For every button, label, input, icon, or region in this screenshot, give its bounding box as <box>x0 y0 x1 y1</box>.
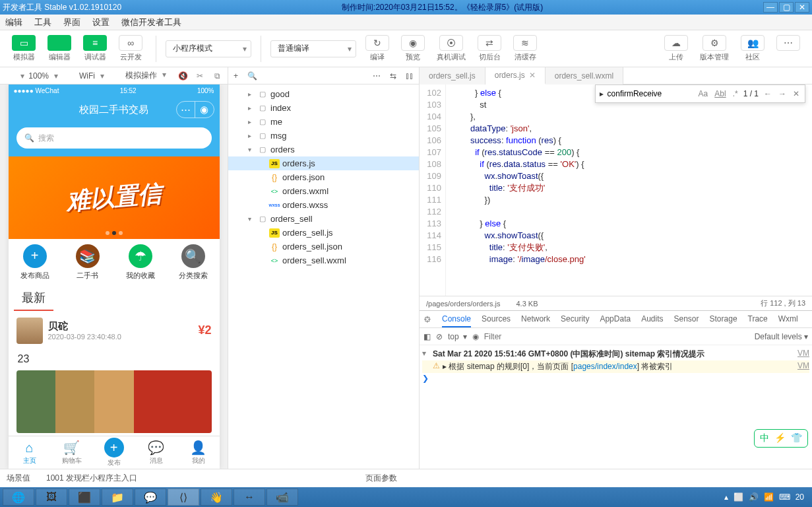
search-file-icon[interactable]: 🔍 <box>247 71 257 81</box>
banner[interactable]: 难以置信 <box>9 156 220 238</box>
toolbar-社区[interactable]: 👥社区 <box>737 34 768 63</box>
tree-orders[interactable]: ▾▢orders <box>228 143 419 156</box>
taskbar-app2[interactable]: 👋 <box>201 489 232 506</box>
grid-二手书[interactable]: 📚二手书 <box>61 244 114 281</box>
taskbar-explorer[interactable]: 📁 <box>102 489 133 506</box>
tree-orders.wxml[interactable]: <>orders.wxml <box>228 184 419 198</box>
close-button[interactable]: ✕ <box>795 2 809 13</box>
source-link[interactable]: VM <box>797 361 809 372</box>
taskbar-app[interactable]: 🖼 <box>36 489 67 506</box>
split-icon[interactable]: ⫿⫿ <box>406 71 414 81</box>
devtools-tab-appdata[interactable]: AppData <box>600 312 631 327</box>
tab-close-icon[interactable]: ✕ <box>529 71 536 80</box>
editor-tab-orders_sell.js[interactable]: orders_sell.js <box>420 67 485 84</box>
new-file-icon[interactable]: + <box>234 71 238 81</box>
devtools-tab-console[interactable]: Console <box>442 312 471 327</box>
scene-value[interactable]: 1001 发现栏小程序主入口 <box>46 473 137 484</box>
tray-ime-icon[interactable]: ⌨ <box>779 492 790 502</box>
more-icon[interactable]: ⋯ <box>373 71 381 81</box>
toolbar-编译[interactable]: ↻编译 <box>361 34 393 63</box>
find-next-icon[interactable]: → <box>777 89 788 98</box>
menu-settings[interactable]: 设置 <box>92 17 109 28</box>
inspect-icon[interactable]: ⯐ <box>423 315 431 324</box>
minimize-button[interactable]: — <box>763 2 778 13</box>
clear-console-icon[interactable]: ⊘ <box>436 332 443 341</box>
mute-icon[interactable]: 🔇 <box>176 69 189 83</box>
prompt-icon[interactable]: ❯ <box>422 374 430 383</box>
grid-我的收藏[interactable]: ☂我的收藏 <box>114 244 167 281</box>
zoom-dropdown[interactable]: 100% <box>28 71 58 81</box>
grid-发布商品[interactable]: +发布商品 <box>9 244 61 281</box>
toolbar-真机调试[interactable]: ⦿真机调试 <box>433 34 470 63</box>
tree-msg[interactable]: ▸▢msg <box>228 129 419 143</box>
cut-icon[interactable]: ✂ <box>193 69 206 83</box>
search-input[interactable]: 🔍 搜索 <box>16 127 212 149</box>
tree-orders.json[interactable]: {}orders.json <box>228 170 419 184</box>
devtools-tab-audits[interactable]: Audits <box>641 312 663 327</box>
page-params-label[interactable]: 页面参数 <box>365 473 397 484</box>
toolbar-切后台[interactable]: ⇄切后台 <box>474 34 505 63</box>
collapse-icon[interactable]: ⇆ <box>390 71 396 81</box>
taskbar-recorder[interactable]: 📹 <box>266 489 298 506</box>
regex-icon[interactable]: .* <box>732 89 739 98</box>
toolbar-上传[interactable]: ☁上传 <box>660 34 692 63</box>
toolbar-编辑器[interactable]: 编辑器 <box>44 34 75 63</box>
tree-orders_sell.json[interactable]: {}orders_sell.json <box>228 240 419 254</box>
tray-clock[interactable]: 20 <box>796 492 804 502</box>
float-widget[interactable]: 中 ⚡ 👕 <box>754 429 808 448</box>
taskbar-chrome[interactable]: 🌐 <box>3 489 34 506</box>
toolbar-预览[interactable]: ◉预览 <box>397 34 429 63</box>
tab-主页[interactable]: ⌂主页 <box>9 436 51 469</box>
maximize-button[interactable]: ▢ <box>779 2 794 13</box>
system-tray[interactable]: ▴ ⬜ 🔊 📶 ⌨ 20 <box>719 492 809 502</box>
find-expand-icon[interactable]: ▸ <box>600 89 604 98</box>
network-dropdown[interactable]: WiFi <box>79 71 104 81</box>
log-levels-dropdown[interactable]: Default levels ▾ <box>755 332 808 341</box>
tree-orders.wxss[interactable]: wxssorders.wxss <box>228 198 419 212</box>
editor-tab-orders_sell.wxml[interactable]: orders_sell.wxml <box>546 67 623 84</box>
taskbar-wechat[interactable]: 💬 <box>135 489 166 506</box>
popout-icon[interactable]: ⧉ <box>210 69 224 83</box>
tray-wifi-icon[interactable]: 📶 <box>764 492 774 502</box>
tree-orders_sell.js[interactable]: JSorders_sell.js <box>228 226 419 240</box>
tray-up-icon[interactable]: ▴ <box>724 492 728 502</box>
tree-orders_sell.wxml[interactable]: <>orders_sell.wxml <box>228 254 419 267</box>
tray-volume-icon[interactable]: 🔊 <box>749 492 759 502</box>
tree-orders.js[interactable]: JSorders.js <box>228 156 419 170</box>
context-dropdown[interactable]: top <box>448 332 467 341</box>
toolbar-[interactable]: ⋯ <box>772 34 804 63</box>
tree-good[interactable]: ▸▢good <box>228 87 419 101</box>
toolbar-云开发[interactable]: ∞云开发 <box>115 34 146 63</box>
find-close-icon[interactable]: ✕ <box>792 89 801 98</box>
grid-分类搜索[interactable]: 🔍分类搜索 <box>167 244 220 281</box>
mock-dropdown[interactable]: 模拟操作 <box>125 70 166 81</box>
float-shirt-icon[interactable]: 👕 <box>791 432 802 444</box>
tree-index[interactable]: ▸▢index <box>228 101 419 115</box>
sidebar-toggle-icon[interactable]: ◧ <box>423 332 431 341</box>
capsule-close-icon[interactable]: ◉ <box>195 102 214 118</box>
toolbar-清缓存[interactable]: ≋清缓存 <box>509 34 541 63</box>
menu-tools[interactable]: 工具 <box>34 17 51 28</box>
menu-interface[interactable]: 界面 <box>63 17 80 28</box>
float-ime[interactable]: 中 <box>760 432 769 444</box>
taskbar-teamviewer[interactable]: ↔ <box>234 489 265 506</box>
taskbar-idea[interactable]: ⬛ <box>69 489 100 506</box>
find-prev-icon[interactable]: ← <box>763 89 773 98</box>
list-item[interactable]: 贝砣 2020-03-09 23:40:48.0 ¥2 <box>9 311 220 351</box>
devtools-tab-sensor[interactable]: Sensor <box>674 312 699 327</box>
tree-me[interactable]: ▸▢me <box>228 115 419 129</box>
devtools-tab-sources[interactable]: Sources <box>482 312 511 327</box>
match-case-icon[interactable]: Aa <box>697 89 710 98</box>
devtools-tab-network[interactable]: Network <box>521 312 550 327</box>
console-filter-input[interactable] <box>484 332 603 341</box>
tab-购物车[interactable]: 🛒购物车 <box>51 436 93 469</box>
console-output[interactable]: ▾ Sat Mar 21 2020 15:51:46 GMT+0800 (中国标… <box>420 345 812 469</box>
menu-edit[interactable]: 编辑 <box>5 17 22 28</box>
toolbar-版本管理[interactable]: ⚙版本管理 <box>696 34 733 63</box>
devtools-tab-security[interactable]: Security <box>561 312 589 327</box>
tab-我的[interactable]: 👤我的 <box>177 436 220 469</box>
whole-word-icon[interactable]: Abl <box>713 89 727 98</box>
float-lightning-icon[interactable]: ⚡ <box>774 432 786 444</box>
code-editor[interactable]: ▸ Aa Abl .* 1 / 1 ← → ✕ 1021031041051061… <box>420 84 812 296</box>
menu-wechat-devtools[interactable]: 微信开发者工具 <box>121 17 181 28</box>
